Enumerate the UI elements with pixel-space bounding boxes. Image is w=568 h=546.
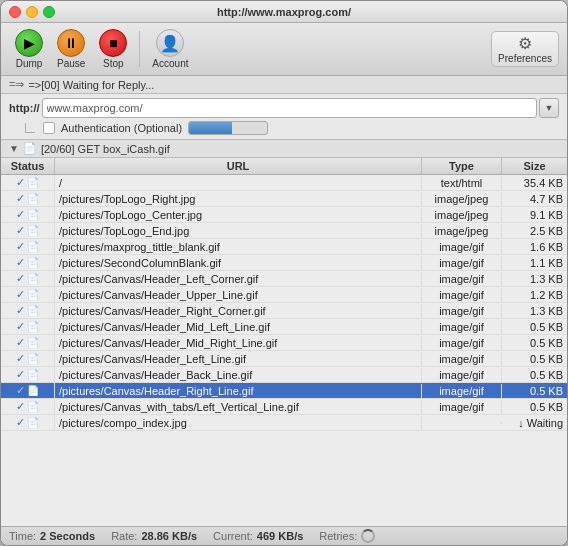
pause-icon: ⏸ [57,29,85,57]
table-row[interactable]: ✓📄/pictures/Canvas/Header_Right_Corner.g… [1,303,567,319]
td-url: /pictures/TopLogo_End.jpg [55,224,422,238]
page-icon: 📄 [27,305,39,316]
table-row[interactable]: ✓📄/pictures/TopLogo_Right.jpgimage/jpeg4… [1,191,567,207]
col-header-status: Status [1,158,55,174]
col-header-type: Type [422,158,502,174]
td-type: image/gif [422,272,502,286]
td-size: 0.5 KB [502,400,567,414]
page-icon: 📄 [27,337,39,348]
current-value: 469 KB/s [257,530,303,542]
check-icon: ✓ [16,272,25,285]
table-row[interactable]: ✓📄/pictures/Canvas/Header_Mid_Left_Line.… [1,319,567,335]
auth-checkbox[interactable] [43,122,55,134]
table-row[interactable]: ✓📄/pictures/Canvas/Header_Left_Line.gifi… [1,351,567,367]
url-input[interactable] [42,98,537,118]
account-icon: 👤 [156,29,184,57]
dump-button[interactable]: ▶ Dump [9,27,49,71]
td-type: image/jpeg [422,208,502,222]
table-row[interactable]: ✓📄/pictures/TopLogo_End.jpgimage/jpeg2.5… [1,223,567,239]
td-size: 1.3 KB [502,304,567,318]
page-icon: 📄 [27,401,39,412]
td-url: /pictures/Canvas/Header_Mid_Right_Line.g… [55,336,422,350]
table-row[interactable]: ✓📄/text/html35.4 KB [1,175,567,191]
td-size: 0.5 KB [502,384,567,398]
td-size: 0.5 KB [502,320,567,334]
check-icon: ✓ [16,240,25,253]
table-row[interactable]: ✓📄/pictures/Canvas_with_tabs/Left_Vertic… [1,399,567,415]
account-button[interactable]: 👤 Account [146,27,194,71]
retries-label: Retries: [319,530,357,542]
td-type: image/gif [422,320,502,334]
td-status: ✓📄 [1,223,55,238]
td-url: /pictures/Canvas/Header_Right_Corner.gif [55,304,422,318]
dump-label: Dump [16,58,43,69]
td-size: 1.1 KB [502,256,567,270]
preferences-button[interactable]: ⚙ Preferences [491,31,559,67]
preferences-icon: ⚙ [518,34,532,53]
check-icon: ✓ [16,224,25,237]
td-size: 0.5 KB [502,352,567,366]
pause-button[interactable]: ⏸ Pause [51,27,91,71]
collapse-button[interactable]: ▼ [9,143,19,154]
td-status: ✓📄 [1,255,55,270]
td-status: ✓📄 [1,319,55,334]
table-row[interactable]: ✓📄/pictures/Canvas/Header_Upper_Line.gif… [1,287,567,303]
page-icon: 📄 [27,273,39,284]
td-type: image/gif [422,256,502,270]
td-status: ✓📄 [1,367,55,382]
table-row[interactable]: ✓📄/pictures/SecondColumnBlank.gifimage/g… [1,255,567,271]
status-arrow-icon: =⇒ [9,78,24,91]
td-size: 0.5 KB [502,368,567,382]
account-label: Account [152,58,188,69]
page-icon: 📄 [27,369,39,380]
table-row[interactable]: ✓📄/pictures/Canvas/Header_Left_Corner.gi… [1,271,567,287]
maximize-button[interactable] [43,6,55,18]
status-text: =>[00] Waiting for Reply... [28,79,154,91]
page-icon: 📄 [27,177,39,188]
current-label: Current: [213,530,253,542]
td-status: ✓📄 [1,287,55,302]
page-icon: 📄 [27,241,39,252]
td-url: /pictures/compo_index.jpg [55,416,422,430]
td-status: ✓📄 [1,175,55,190]
td-status: ✓📄 [1,271,55,286]
col-header-size: Size [502,158,567,174]
close-button[interactable] [9,6,21,18]
td-type: image/gif [422,240,502,254]
td-status: ✓📄 [1,399,55,414]
page-icon: 📄 [27,321,39,332]
minimize-button[interactable] [26,6,38,18]
td-size: 9.1 KB [502,208,567,222]
time-value: 2 Seconds [40,530,95,542]
page-icon: 📄 [27,193,39,204]
page-icon: 📄 [27,385,39,396]
td-url: /pictures/Canvas/Header_Left_Line.gif [55,352,422,366]
td-status: ✓📄 [1,207,55,222]
auth-progress-bar [188,121,268,135]
retries-item: Retries: [319,529,375,543]
td-status: ✓📄 [1,335,55,350]
table-container: Status URL Type Size ✓📄/text/html35.4 KB… [1,158,567,526]
td-type: image/gif [422,368,502,382]
url-dropdown-button[interactable]: ▼ [539,98,559,118]
stop-button[interactable]: ■ Stop [93,27,133,71]
table-row[interactable]: ✓📄/pictures/TopLogo_Center.jpgimage/jpeg… [1,207,567,223]
table-body[interactable]: ✓📄/text/html35.4 KB✓📄/pictures/TopLogo_R… [1,175,567,526]
file-list-header: ▼ 📄 [20/60] GET box_iCash.gif [1,140,567,158]
auth-label: Authentication (Optional) [61,122,182,134]
table-row[interactable]: ✓📄/pictures/Canvas/Header_Right_Line.gif… [1,383,567,399]
table-row[interactable]: ✓📄/pictures/compo_index.jpg↓ Waiting [1,415,567,431]
check-icon: ✓ [16,304,25,317]
td-url: /pictures/TopLogo_Right.jpg [55,192,422,206]
td-type: image/gif [422,336,502,350]
td-status: ✓📄 [1,303,55,318]
td-url: /pictures/TopLogo_Center.jpg [55,208,422,222]
stop-label: Stop [103,58,124,69]
table-row[interactable]: ✓📄/pictures/Canvas/Header_Mid_Right_Line… [1,335,567,351]
table-row[interactable]: ✓📄/pictures/maxprog_tittle_blank.gifimag… [1,239,567,255]
auth-row: Authentication (Optional) [9,121,559,135]
table-row[interactable]: ✓📄/pictures/Canvas/Header_Back_Line.gifi… [1,367,567,383]
status-bar-top: =⇒ =>[00] Waiting for Reply... [1,76,567,94]
rate-value: 28.86 KB/s [141,530,197,542]
td-size: ↓ Waiting [502,416,567,430]
